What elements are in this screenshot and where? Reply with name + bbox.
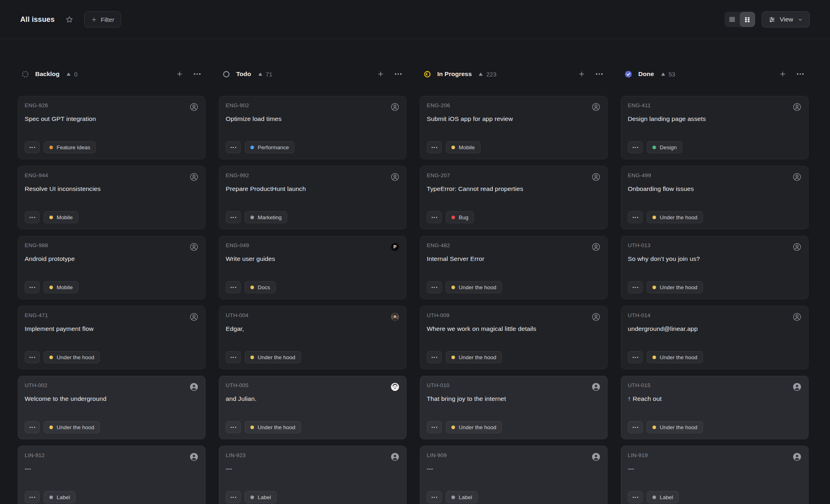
assignee-avatar[interactable] <box>189 452 199 462</box>
label-chip[interactable]: Feature Ideas <box>44 141 96 153</box>
card-actions-button[interactable] <box>226 211 241 223</box>
issue-card[interactable]: UTH-013 So why don’t you join us? Under … <box>621 236 809 299</box>
label-chip[interactable]: Under the hood <box>647 281 703 293</box>
card-actions-button[interactable] <box>25 281 40 293</box>
card-actions-button[interactable] <box>628 211 643 223</box>
issue-card[interactable]: ENG-944 Resolve UI inconsistencies Mobil… <box>18 166 205 229</box>
issue-card[interactable]: UTH-002 Welcome to the underground Under… <box>18 376 205 439</box>
assignee-avatar[interactable] <box>792 102 802 112</box>
column-menu-button[interactable] <box>393 72 403 76</box>
card-actions-button[interactable] <box>25 421 40 433</box>
label-chip[interactable]: Bug <box>446 211 474 223</box>
issue-card[interactable]: ENG-988 Android prototype Mobile <box>18 236 205 299</box>
issue-card[interactable]: LIN-912 --- Label <box>18 446 205 504</box>
label-chip[interactable]: Under the hood <box>446 281 502 293</box>
label-chip[interactable]: Under the hood <box>647 421 703 433</box>
card-actions-button[interactable] <box>427 141 442 153</box>
card-actions-button[interactable] <box>25 141 40 153</box>
card-actions-button[interactable] <box>226 281 241 293</box>
issue-card[interactable]: LIN-919 --- Label <box>621 446 809 504</box>
card-actions-button[interactable] <box>628 491 643 503</box>
assignee-avatar[interactable] <box>390 312 400 322</box>
label-chip[interactable]: Label <box>245 491 277 503</box>
assignee-avatar[interactable]: P <box>390 242 400 252</box>
card-actions-button[interactable] <box>628 421 643 433</box>
issue-card[interactable]: ENG-992 Prepare ProductHunt launch Marke… <box>219 166 407 229</box>
issue-card[interactable]: ENG-471 Implement payment flow Under the… <box>18 306 205 369</box>
assignee-avatar[interactable] <box>189 382 199 392</box>
card-actions-button[interactable] <box>25 211 40 223</box>
add-issue-button[interactable] <box>174 69 185 79</box>
column-menu-button[interactable] <box>795 72 805 76</box>
issue-card[interactable]: UTH-015 ↑ Reach out Under the hood <box>621 376 809 439</box>
label-chip[interactable]: Performance <box>245 141 294 153</box>
label-chip[interactable]: Under the hood <box>446 351 502 363</box>
card-actions-button[interactable] <box>427 351 442 363</box>
label-chip[interactable]: Mobile <box>44 211 78 223</box>
assignee-avatar[interactable] <box>189 172 199 182</box>
card-actions-button[interactable] <box>427 211 442 223</box>
label-chip[interactable]: Under the hood <box>446 421 502 433</box>
column-menu-button[interactable] <box>594 72 604 76</box>
view-options-button[interactable]: View <box>762 11 810 28</box>
assignee-avatar[interactable] <box>591 452 601 462</box>
issue-card[interactable]: ENG-482 Internal Server Error Under the … <box>420 236 608 299</box>
label-chip[interactable]: Design <box>647 141 682 153</box>
assignee-avatar[interactable] <box>591 172 601 182</box>
card-actions-button[interactable] <box>226 141 241 153</box>
label-chip[interactable]: Label <box>44 491 76 503</box>
label-chip[interactable]: Under the hood <box>245 351 301 363</box>
issue-card[interactable]: LIN-909 --- Label <box>420 446 608 504</box>
issue-card[interactable]: ENG-206 Submit iOS app for app review Mo… <box>420 96 608 159</box>
favorite-star-icon[interactable] <box>65 15 74 24</box>
issue-card[interactable]: UTH-009 Where we work on magical little … <box>420 306 608 369</box>
assignee-avatar[interactable] <box>591 312 601 322</box>
label-chip[interactable]: Under the hood <box>44 421 100 433</box>
issue-card[interactable]: ENG-499 Onboarding flow issues Under the… <box>621 166 809 229</box>
card-actions-button[interactable] <box>226 491 241 503</box>
issue-card[interactable]: ENG-049 P Write user guides Docs <box>219 236 407 299</box>
issue-card[interactable]: UTH-010 That bring joy to the internet U… <box>420 376 608 439</box>
assignee-avatar[interactable] <box>189 242 199 252</box>
card-actions-button[interactable] <box>628 141 643 153</box>
card-actions-button[interactable] <box>427 421 442 433</box>
assignee-avatar[interactable] <box>189 102 199 112</box>
issue-card[interactable]: LIN-923 --- Label <box>219 446 407 504</box>
assignee-avatar[interactable] <box>390 382 400 392</box>
label-chip[interactable]: Under the hood <box>44 351 100 363</box>
issue-card[interactable]: ENG-411 Design landing page assets Desig… <box>621 96 809 159</box>
card-actions-button[interactable] <box>25 491 40 503</box>
label-chip[interactable]: Label <box>647 491 679 503</box>
assignee-avatar[interactable] <box>189 312 199 322</box>
card-actions-button[interactable] <box>628 351 643 363</box>
issue-card[interactable]: UTH-004 Edgar, Under the hood <box>219 306 407 369</box>
assignee-avatar[interactable] <box>591 102 601 112</box>
assignee-avatar[interactable] <box>591 242 601 252</box>
label-chip[interactable]: Mobile <box>44 281 78 293</box>
assignee-avatar[interactable] <box>792 242 802 252</box>
assignee-avatar[interactable] <box>792 452 802 462</box>
issue-card[interactable]: UTH-005 and Julian. Under the hood <box>219 376 407 439</box>
assignee-avatar[interactable] <box>792 382 802 392</box>
card-actions-button[interactable] <box>25 351 40 363</box>
board-view-button[interactable] <box>740 12 755 27</box>
card-actions-button[interactable] <box>628 281 643 293</box>
assignee-avatar[interactable] <box>390 452 400 462</box>
label-chip[interactable]: Under the hood <box>245 421 301 433</box>
issue-card[interactable]: ENG-926 Spec out GPT integration Feature… <box>18 96 205 159</box>
assignee-avatar[interactable] <box>390 102 400 112</box>
assignee-avatar[interactable] <box>390 172 400 182</box>
issue-card[interactable]: ENG-902 Optimize load times Performance <box>219 96 407 159</box>
add-issue-button[interactable] <box>576 69 587 79</box>
column-menu-button[interactable] <box>192 72 202 76</box>
label-chip[interactable]: Marketing <box>245 211 287 223</box>
card-actions-button[interactable] <box>427 491 442 503</box>
add-issue-button[interactable] <box>777 69 788 79</box>
add-issue-button[interactable] <box>375 69 386 79</box>
card-actions-button[interactable] <box>226 421 241 433</box>
card-actions-button[interactable] <box>427 281 442 293</box>
label-chip[interactable]: Docs <box>245 281 276 293</box>
label-chip[interactable]: Under the hood <box>647 351 703 363</box>
assignee-avatar[interactable] <box>591 382 601 392</box>
label-chip[interactable]: Mobile <box>446 141 481 153</box>
